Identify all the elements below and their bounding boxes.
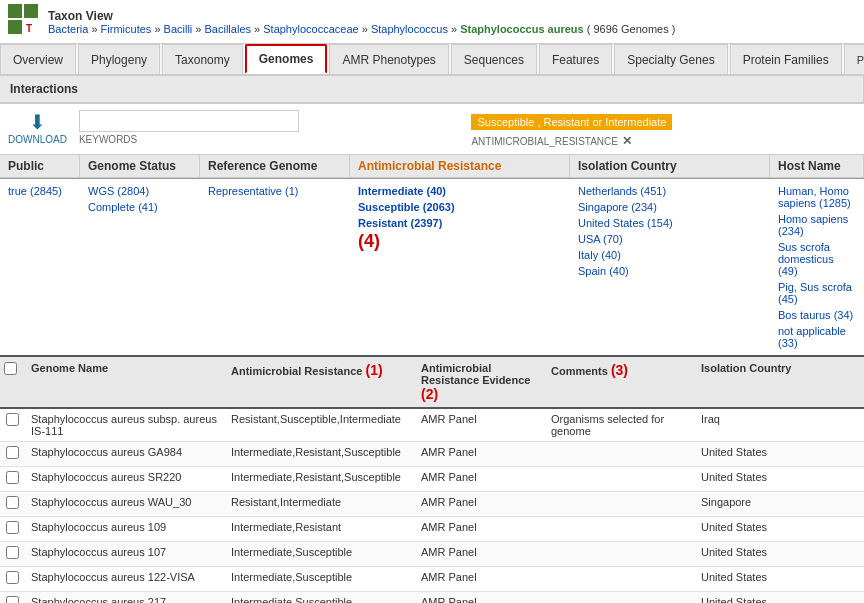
row-checkbox-2[interactable] <box>0 467 25 491</box>
genome-status-wgs[interactable]: WGS (2804) <box>88 183 192 199</box>
breadcrumb-bacillales[interactable]: Bacillales <box>205 23 251 35</box>
row-select-3[interactable] <box>6 496 19 509</box>
host-sus-domesticus[interactable]: Sus scrofa domesticus (49) <box>778 239 856 279</box>
genome-status-complete[interactable]: Complete (41) <box>88 199 192 215</box>
host-human-homo[interactable]: Human, Homo sapiens (1285) <box>778 183 856 211</box>
tab-genomes[interactable]: Genomes <box>245 44 328 74</box>
isolation-spain[interactable]: Spain (40) <box>578 263 762 279</box>
row-select-1[interactable] <box>6 446 19 459</box>
table-row: Staphylococcus aureus WAU_30 Resistant,I… <box>0 492 864 517</box>
tab-overview[interactable]: Overview <box>0 44 76 74</box>
summary-values: true (2845) WGS (2804) Complete (41) Rep… <box>0 179 864 357</box>
table-row: Staphylococcus aureus subsp. aureus IS-1… <box>0 409 864 442</box>
row-select-5[interactable] <box>6 546 19 559</box>
row-select-0[interactable] <box>6 413 19 426</box>
amr-intermediate[interactable]: Intermediate (40) <box>358 183 446 199</box>
summary-host: Human, Homo sapiens (1285) Homo sapiens … <box>770 179 864 355</box>
row-amr-2: Intermediate,Resistant,Susceptible <box>225 467 415 491</box>
breadcrumb-staphylococcus[interactable]: Staphylococcus <box>371 23 448 35</box>
keywords-input[interactable] <box>79 110 299 132</box>
row-select-4[interactable] <box>6 521 19 534</box>
svg-rect-0 <box>8 4 22 18</box>
data-table-body: Staphylococcus aureus subsp. aureus IS-1… <box>0 409 864 603</box>
summary-header-host: Host Name <box>770 155 864 178</box>
row-checkbox-6[interactable] <box>0 567 25 591</box>
nav-tabs: Overview Phylogeny Taxonomy Genomes AMR … <box>0 44 864 76</box>
genome-name-link-2[interactable]: Staphylococcus aureus SR220 <box>31 471 181 483</box>
isolation-us[interactable]: United States (154) <box>578 215 762 231</box>
table-row: Staphylococcus aureus 122-VISA Intermedi… <box>0 567 864 592</box>
row-genome-name-0: Staphylococcus aureus subsp. aureus IS-1… <box>25 409 225 441</box>
isolation-netherlands[interactable]: Netherlands (451) <box>578 183 762 199</box>
genome-name-link-7[interactable]: Staphylococcus aureus 217 <box>31 596 166 603</box>
host-bos[interactable]: Bos taurus (34) <box>778 307 856 323</box>
host-na[interactable]: not applicable (33) <box>778 323 856 351</box>
breadcrumb-bacilli[interactable]: Bacilli <box>164 23 193 35</box>
tab-pathways[interactable]: Pathways <box>844 44 864 74</box>
row-select-7[interactable] <box>6 596 19 603</box>
filter-suggestion[interactable]: Susceptible , Resistant or Intermediate <box>471 114 672 130</box>
row-country-4: United States <box>695 517 864 541</box>
row-checkbox-0[interactable] <box>0 409 25 441</box>
row-evidence-3: AMR Panel <box>415 492 545 516</box>
tab-amr-phenotypes[interactable]: AMR Phenotypes <box>329 44 448 74</box>
reference-genome-value[interactable]: Representative (1) <box>208 183 342 199</box>
public-value[interactable]: true (2845) <box>8 183 72 199</box>
row-checkbox-4[interactable] <box>0 517 25 541</box>
breadcrumb-staphylococcaceae[interactable]: Staphylococcaceae <box>263 23 358 35</box>
tab-phylogeny[interactable]: Phylogeny <box>78 44 160 74</box>
tab-features[interactable]: Features <box>539 44 612 74</box>
tab-protein-families[interactable]: Protein Families <box>730 44 842 74</box>
breadcrumb-firmicutes[interactable]: Firmicutes <box>101 23 152 35</box>
isolation-usa[interactable]: USA (70) <box>578 231 762 247</box>
active-filter-label: ANTIMICROBIAL_RESISTANCE <box>471 136 618 147</box>
row-checkbox-3[interactable] <box>0 492 25 516</box>
evidence-col-num: (2) <box>421 386 438 402</box>
host-pig-sus[interactable]: Pig, Sus scrofa (45) <box>778 279 856 307</box>
amr-susceptible[interactable]: Susceptible (2063) <box>358 199 455 215</box>
amr-col-num: (1) <box>366 362 383 378</box>
row-checkbox-5[interactable] <box>0 542 25 566</box>
data-header-checkbox <box>0 357 25 407</box>
row-country-2: United States <box>695 467 864 491</box>
genome-name-link-6[interactable]: Staphylococcus aureus 122-VISA <box>31 571 195 583</box>
data-header-amr: Antimicrobial Resistance (1) <box>225 357 415 407</box>
data-header-comments: Comments (3) <box>545 357 695 407</box>
tab-interactions[interactable]: Interactions <box>0 76 864 103</box>
genome-name-link-0[interactable]: Staphylococcus aureus subsp. aureus IS-1… <box>31 413 217 437</box>
genome-name-link-4[interactable]: Staphylococcus aureus 109 <box>31 521 166 533</box>
summary-header-reference-genome: Reference Genome <box>200 155 350 178</box>
row-comments-6 <box>545 567 695 591</box>
tab-specialty-genes[interactable]: Specialty Genes <box>614 44 727 74</box>
row-checkbox-1[interactable] <box>0 442 25 466</box>
comments-col-num: (3) <box>611 362 628 378</box>
row-amr-6: Intermediate,Susceptible <box>225 567 415 591</box>
data-header-genome-name: Genome Name <box>25 357 225 407</box>
genome-name-link-3[interactable]: Staphylococcus aureus WAU_30 <box>31 496 191 508</box>
row-country-5: United States <box>695 542 864 566</box>
filter-bar: ⬇ DOWNLOAD KEYWORDS Susceptible , Resist… <box>0 104 864 155</box>
tab-sequences[interactable]: Sequences <box>451 44 537 74</box>
isolation-italy[interactable]: Italy (40) <box>578 247 762 263</box>
row-select-2[interactable] <box>6 471 19 484</box>
row-comments-4 <box>545 517 695 541</box>
tab-taxonomy[interactable]: Taxonomy <box>162 44 243 74</box>
row-comments-2 <box>545 467 695 491</box>
amr-resistant[interactable]: Resistant (2397) <box>358 215 442 231</box>
genome-name-link-1[interactable]: Staphylococcus aureus GA984 <box>31 446 182 458</box>
host-homo[interactable]: Homo sapiens (234) <box>778 211 856 239</box>
genome-name-link-5[interactable]: Staphylococcus aureus 107 <box>31 546 166 558</box>
select-all-checkbox[interactable] <box>4 362 17 375</box>
row-select-6[interactable] <box>6 571 19 584</box>
row-checkbox-7[interactable] <box>0 592 25 603</box>
isolation-singapore[interactable]: Singapore (234) <box>578 199 762 215</box>
row-comments-5 <box>545 542 695 566</box>
row-evidence-2: AMR Panel <box>415 467 545 491</box>
row-amr-5: Intermediate,Susceptible <box>225 542 415 566</box>
download-button[interactable]: ⬇ DOWNLOAD <box>8 110 67 145</box>
breadcrumb-bacteria[interactable]: Bacteria <box>48 23 88 35</box>
filter-remove-button[interactable]: ✕ <box>622 134 632 148</box>
data-header-isolation-country: Isolation Country <box>695 357 864 407</box>
svg-rect-1 <box>24 4 38 18</box>
row-genome-name-2: Staphylococcus aureus SR220 <box>25 467 225 491</box>
